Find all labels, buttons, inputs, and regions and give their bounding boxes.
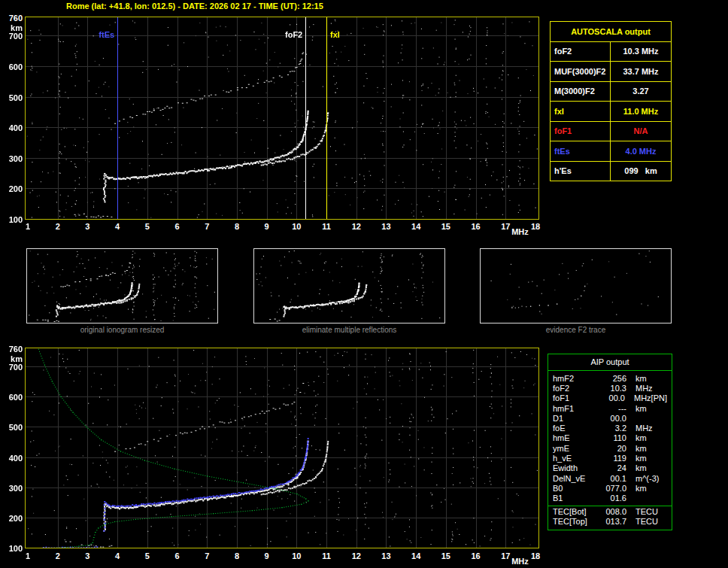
aip-row: h_vE119km — [548, 453, 672, 463]
x-axis-tick-label: 13 — [378, 551, 393, 560]
aip-row: ymE20km — [548, 443, 672, 453]
y-axis-tick-label: 500 — [3, 423, 23, 432]
aip-row-label: hmF2 — [553, 374, 596, 383]
aip-row-value: 119 — [596, 454, 626, 463]
autoscala-row-label: h'Es — [551, 162, 611, 181]
aip-row-label: B1 — [553, 494, 596, 503]
x-axis-tick-label: 16 — [469, 551, 484, 560]
aip-row-value: 10.3 — [596, 384, 626, 393]
x-axis-tick-label: 11 — [319, 222, 334, 231]
x-axis-tick-label: 5 — [140, 551, 155, 560]
ionogram-plot-bottom — [25, 348, 539, 548]
aip-row: Ewidth24km — [548, 463, 672, 473]
aip-row-value: 110 — [596, 433, 626, 442]
aip-row-unit: MHz — [635, 384, 653, 393]
y-axis-tick-label: 400 — [3, 123, 23, 132]
y-axis-tick-label: 760 — [3, 14, 23, 23]
y-axis-tick-label: 300 — [3, 154, 23, 163]
aip-row-unit: km — [635, 404, 647, 413]
aip-row-label: B0 — [553, 484, 596, 493]
y-axis-tick-label: 700 — [3, 32, 23, 41]
aip-row-unit: km — [635, 433, 647, 442]
x-axis-tick-label: 3 — [80, 222, 95, 231]
aip-table-title: AIP output — [548, 354, 672, 371]
x-axis-tick-label: 10 — [289, 551, 304, 560]
marker-label-fxi: fxI — [330, 30, 340, 39]
autoscala-row-value: 11.0 MHz — [611, 102, 671, 121]
aip-row-label: TEC[Top] — [553, 517, 596, 526]
autoscala-row-value: N/A — [611, 122, 671, 141]
aip-row-unit: TECU — [635, 507, 658, 516]
autoscala-table-title: AUTOSCALA output — [551, 22, 671, 42]
x-axis-tick-label: 15 — [438, 222, 453, 231]
x-axis-tick-label: 10 — [289, 222, 304, 231]
aip-row-label: foF2 — [553, 384, 596, 393]
x-axis-tick-label: 6 — [170, 222, 185, 231]
x-axis-tick-label: 2 — [50, 222, 65, 231]
aip-row-unit: km — [635, 374, 647, 383]
autoscala-row-label: M(3000)F2 — [551, 82, 611, 102]
aip-row-unit: km — [635, 444, 647, 453]
thumbnail-caption-evidence: evidence F2 trace — [480, 326, 672, 334]
autoscala-row-label: MUF(3000)F2 — [551, 62, 611, 81]
autoscala-row-value: 4.0 MHz — [611, 141, 671, 161]
ionogram-canvas-bottom — [25, 348, 539, 548]
x-axis-tick-label: 2 — [50, 551, 65, 560]
autoscala-row-label: foF2 — [551, 42, 611, 62]
thumbnail-original-ionogram — [26, 248, 218, 323]
autoscala-output-table: AUTOSCALA output foF210.3 MHzMUF(3000)F2… — [550, 21, 672, 181]
aip-row-label: h_vE — [553, 454, 596, 463]
autoscala-row-label: foF1 — [551, 122, 611, 141]
autoscala-row: MUF(3000)F233.7 MHz — [551, 62, 671, 82]
aip-row: B101.6 — [548, 494, 672, 503]
aip-row: foF100.0MHz[PN] — [548, 393, 672, 403]
aip-row: B0077.0km — [548, 483, 672, 493]
aip-row-value: 01.6 — [596, 494, 626, 503]
x-axis-tick-label: 12 — [349, 222, 364, 231]
y-axis-tick-label: 300 — [3, 484, 23, 493]
x-axis-tick-label: 9 — [259, 222, 275, 231]
x-axis-tick-label: 7 — [199, 551, 214, 560]
x-axis-unit-label: MHz — [511, 557, 529, 566]
x-axis-tick-label: 12 — [349, 551, 364, 560]
aip-row: hmE110km — [548, 433, 672, 443]
aip-row-value: --- — [596, 404, 626, 413]
aip-row-label: TEC[Bot] — [553, 507, 596, 516]
y-axis-tick-label: 400 — [3, 454, 23, 463]
thumbnail-caption-eliminate: eliminate multiple reflections — [253, 326, 445, 334]
aip-row-value: 3.2 — [596, 424, 626, 433]
aip-output-table: AIP output hmF2256kmfoF210.3MHzfoF100.0M… — [548, 354, 672, 530]
autoscala-row: fxI11.0 MHz — [551, 102, 671, 122]
x-axis-tick-label: 14 — [408, 222, 423, 231]
aip-row-note: [PN] — [651, 393, 667, 402]
aip-row: DelN_vE00.1m^(-3) — [548, 473, 672, 483]
aip-row: TEC[Top]013.7TECU — [548, 516, 672, 526]
x-axis-tick-label: 15 — [438, 551, 453, 560]
aip-row-value: 20 — [596, 444, 626, 453]
x-axis-tick-label: 8 — [229, 222, 244, 231]
x-axis-tick-label: 16 — [469, 222, 484, 231]
aip-row-unit: MHz — [635, 424, 653, 433]
aip-row-unit: km — [635, 454, 647, 463]
aip-row-value: 00.0 — [596, 414, 626, 423]
aip-row-label: hmF1 — [553, 404, 596, 413]
x-axis-tick-label: 14 — [408, 551, 423, 560]
autoscala-row: ftEs4.0 MHz — [551, 141, 671, 162]
aip-row: TEC[Bot]008.0TECU — [548, 506, 672, 516]
aip-row: hmF2256km — [548, 373, 672, 383]
x-axis-tick-label: 18 — [528, 551, 543, 560]
autoscala-row-value: 10.3 MHz — [611, 42, 671, 62]
aip-row-unit: m^(-3) — [635, 474, 659, 483]
y-axis-tick-label: 200 — [3, 514, 23, 523]
aip-row-unit: km — [635, 463, 647, 472]
x-axis-tick-label: 8 — [229, 551, 244, 560]
thumbnail-eliminate-multiples — [253, 248, 445, 323]
y-axis-tick-label: 200 — [3, 184, 23, 193]
x-axis-tick-label: 3 — [80, 551, 95, 560]
aip-row-value: 00.0 — [596, 393, 625, 402]
aip-row-value: 24 — [596, 463, 626, 472]
aip-row: foE3.2MHz — [548, 423, 672, 433]
x-axis-tick-label: 4 — [110, 222, 125, 231]
thumbnail-evidence-f2 — [480, 248, 672, 323]
autoscala-row: foF210.3 MHz — [551, 42, 671, 62]
